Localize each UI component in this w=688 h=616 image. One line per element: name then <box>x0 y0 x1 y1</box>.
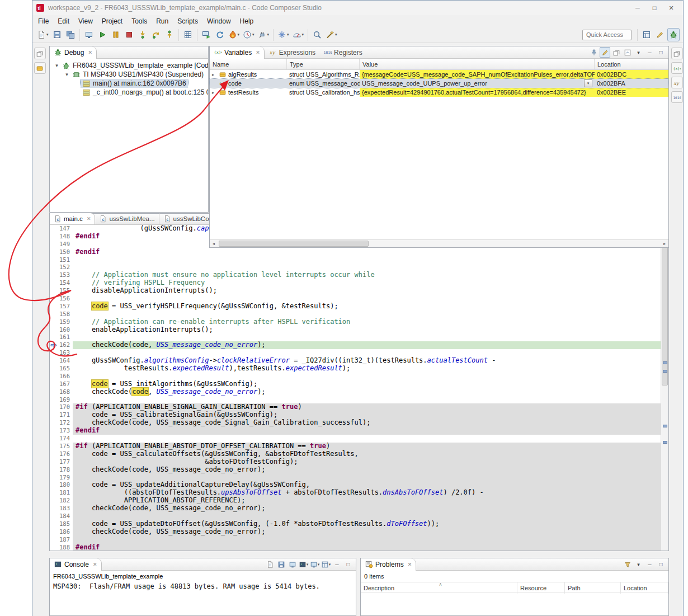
column-header-location[interactable]: Location <box>621 582 668 594</box>
code-line[interactable]: 155 disableApplicationInterrupts(); <box>50 287 661 295</box>
debug-tree-label[interactable]: _c_int00_noargs_mpu() at boot.c:125 0x00… <box>81 88 208 97</box>
ccs-edit-perspective-button[interactable] <box>654 28 666 41</box>
code-text[interactable]: checkCode(code, USS_message_code_no_erro… <box>73 505 661 512</box>
code-text[interactable]: gUssSWConfig.algorithmsConfig->clockRela… <box>73 357 661 365</box>
overview-marker[interactable] <box>663 361 667 364</box>
restart-button[interactable] <box>200 28 213 41</box>
code-text[interactable] <box>73 295 661 303</box>
code-editor[interactable]: 147 (gUssSWConfig.captureConfig148#endif… <box>50 225 661 551</box>
code-line[interactable]: 157 code = USS_verifyHSPLLFrequency(&gUs… <box>50 303 661 311</box>
terminate-button[interactable] <box>123 28 135 41</box>
collapse-all-button[interactable] <box>622 47 633 58</box>
code-line[interactable]: 174 <box>50 435 661 443</box>
code-text[interactable]: code = USS_verifyHSPLLFrequency(&gUssSWC… <box>73 303 661 311</box>
editor-gutter[interactable] <box>50 365 58 373</box>
code-text[interactable]: code = USS_updateAdditionalCaptureDelay(… <box>73 481 661 489</box>
code-text[interactable]: APPLICATION_ABSTOF_REFERENCE); <box>73 497 661 505</box>
code-line[interactable]: 182 APPLICATION_ABSTOF_REFERENCE); <box>50 497 661 505</box>
editor-gutter[interactable] <box>50 241 58 248</box>
step-into-button[interactable] <box>136 28 149 41</box>
variable-name-cell[interactable]: ▸testResults <box>210 88 287 97</box>
dropdown-caret-icon[interactable]: ▾ <box>287 32 289 37</box>
close-icon[interactable]: ✕ <box>256 50 260 55</box>
dropdown-caret-icon[interactable]: ▾ <box>252 32 255 37</box>
editor-gutter[interactable] <box>50 295 58 303</box>
dropdown-caret-icon[interactable]: ▾ <box>307 562 309 567</box>
variable-value-cell[interactable]: USS_message_code_UUPS_power_up_error▾ <box>360 79 595 88</box>
save-button[interactable] <box>51 28 63 41</box>
editor-gutter[interactable] <box>50 357 58 365</box>
dropdown-caret-icon[interactable]: ▾ <box>329 562 331 567</box>
code-text[interactable] <box>73 474 661 482</box>
tab-registers[interactable]: 1010Registers <box>319 46 366 59</box>
variable-type-cell[interactable]: struct USS_calibration_hs... <box>287 88 360 97</box>
search-button[interactable] <box>311 28 323 41</box>
code-text[interactable] <box>73 396 661 404</box>
profile-button[interactable]: ▾ <box>291 28 305 41</box>
editor-gutter[interactable] <box>50 349 58 357</box>
code-text[interactable] <box>73 512 661 520</box>
editor-gutter[interactable] <box>50 233 58 241</box>
code-text[interactable] <box>73 256 661 264</box>
save-all-button[interactable] <box>64 28 77 41</box>
code-line[interactable]: 172 checkCode(code, USS_message_code_Sig… <box>50 419 661 427</box>
editor-gutter[interactable] <box>50 318 58 326</box>
code-text[interactable]: &abstoFDtofTestConfig); <box>73 458 661 466</box>
code-text[interactable] <box>73 435 661 443</box>
variable-name-cell[interactable]: (x)=code <box>210 79 287 88</box>
code-line[interactable]: 168 checkCode(code, USS_message_code_no_… <box>50 388 661 396</box>
code-text[interactable] <box>73 264 661 271</box>
editor-gutter[interactable] <box>50 419 58 427</box>
code-text[interactable]: #if (APPLICATION_ENABLE_SIGNAL_GAIN_CALI… <box>73 403 661 411</box>
code-line[interactable]: 170#if (APPLICATION_ENABLE_SIGNAL_GAIN_C… <box>50 403 661 411</box>
scroll-right-arrow-icon[interactable]: ▸ <box>661 240 668 247</box>
code-line[interactable]: 175#if (APPLICATION_ENABLE_ABSTOF_DTOF_O… <box>50 443 661 450</box>
maximize-view-button[interactable]: □ <box>656 47 666 58</box>
code-line[interactable]: 159 // Application can re-enable interru… <box>50 318 661 326</box>
variable-location-cell[interactable]: 0x002BFA <box>595 79 668 88</box>
close-window-button[interactable]: ✕ <box>663 2 680 14</box>
editor-gutter[interactable] <box>50 248 58 256</box>
code-line[interactable]: 150#endif <box>50 248 661 256</box>
code-text[interactable]: enableApplicationInterrupts(); <box>73 326 661 334</box>
variable-location-cell[interactable]: 0x002BDC <box>595 70 668 79</box>
debug-tree-label[interactable]: main() at main.c:162 0x0097B6 <box>81 79 188 88</box>
filter-button[interactable] <box>622 559 633 570</box>
breakpoints-button[interactable]: ▾ <box>276 28 290 41</box>
column-header-value[interactable]: Value <box>360 59 595 69</box>
value-dropdown-icon[interactable]: ▾ <box>584 79 592 87</box>
code-line[interactable]: 156 <box>50 295 661 303</box>
step-over-button[interactable] <box>150 28 162 41</box>
expressions-view-button[interactable]: xy <box>671 77 683 88</box>
dropdown-caret-icon[interactable]: ▾ <box>302 32 304 37</box>
view-registers-button[interactable] <box>182 28 194 41</box>
editor-gutter[interactable] <box>50 466 58 474</box>
close-icon[interactable]: ✕ <box>88 50 92 55</box>
editor-gutter[interactable] <box>50 427 58 435</box>
code-line[interactable]: 151 <box>50 256 661 264</box>
code-line[interactable]: 167 code = USS_initAlgorithms(&gUssSWCon… <box>50 380 661 388</box>
editor-gutter[interactable] <box>50 450 58 458</box>
code-text[interactable]: #endif <box>73 248 661 256</box>
restore-view-button[interactable] <box>671 48 683 59</box>
code-text[interactable]: #endif <box>73 427 661 435</box>
dropdown-caret-icon[interactable]: ▾ <box>318 562 320 567</box>
variables-view-button[interactable]: (x)= <box>671 62 683 74</box>
editor-gutter[interactable] <box>50 481 58 489</box>
variable-name-cell[interactable]: ▸algResults <box>210 70 287 79</box>
code-text[interactable]: #endif <box>73 544 661 551</box>
code-text[interactable] <box>73 311 661 318</box>
layout-button[interactable] <box>611 47 621 58</box>
editor-vertical-scrollbar[interactable] <box>661 225 668 551</box>
code-text[interactable]: code = USS_updateDtoFOffset(&gUssSWConfi… <box>73 520 661 528</box>
editor-gutter[interactable] <box>50 388 58 396</box>
editor-gutter[interactable] <box>50 264 58 271</box>
debug-tree-row[interactable]: ▾TI MSP430 USB1/MSP430 (Suspended) <box>50 70 208 79</box>
column-header-location[interactable]: Location <box>595 59 668 69</box>
code-line[interactable]: 185 code = USS_updateDtoFOffset(&gUssSWC… <box>50 520 661 528</box>
variable-row[interactable]: ▸testResultsstruct USS_calibration_hs...… <box>210 88 668 97</box>
open-element-button[interactable]: ▾ <box>324 28 338 41</box>
editor-gutter[interactable] <box>50 279 58 287</box>
connect-target-button[interactable]: ▾ <box>257 28 271 41</box>
code-line[interactable]: 179 <box>50 474 661 482</box>
